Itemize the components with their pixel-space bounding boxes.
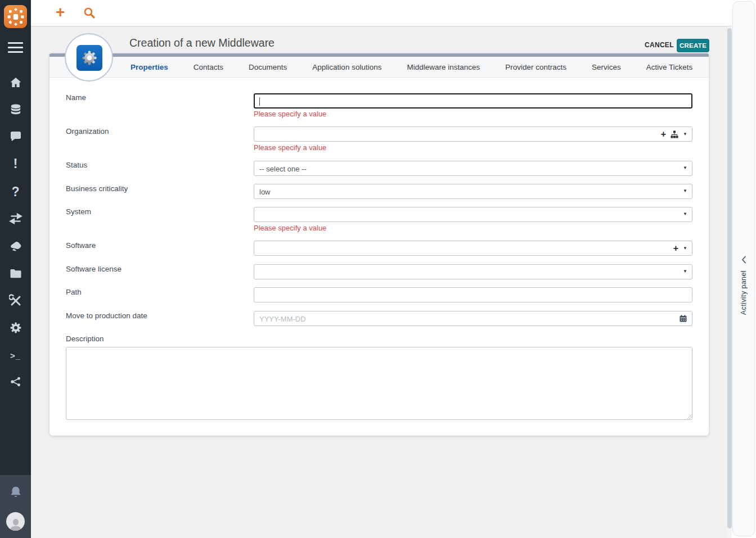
sidebar-item-documents[interactable]	[0, 266, 31, 282]
global-search-button[interactable]	[83, 6, 96, 20]
organization-hierarchy-icon[interactable]	[670, 130, 678, 138]
transfer-arrows-icon	[9, 212, 22, 225]
tab-services[interactable]: Services	[592, 63, 621, 71]
folder-icon	[9, 267, 22, 281]
system-select[interactable]: ▼	[254, 207, 692, 222]
sidebar-item-help[interactable]: ?	[0, 184, 31, 200]
software-license-caret-down-icon: ▼	[683, 269, 687, 274]
home-icon	[9, 76, 22, 89]
terminal-icon: >_	[10, 351, 21, 360]
status-value: -- select one --	[259, 165, 307, 173]
organization-label: Organization	[66, 127, 109, 135]
tab-application-solutions[interactable]: Application solutions	[312, 63, 381, 71]
name-input[interactable]	[254, 93, 692, 108]
name-label: Name	[66, 93, 86, 102]
exclamation-icon: !	[14, 157, 18, 170]
sidebar: ! ?	[0, 0, 31, 538]
sidebar-item-transfers[interactable]	[0, 211, 31, 227]
text-cursor	[259, 97, 260, 106]
sidebar-item-console[interactable]: >_	[0, 347, 31, 363]
software-picker[interactable]: + ▼	[254, 241, 692, 256]
database-icon	[9, 103, 22, 116]
itop-logo[interactable]	[4, 5, 27, 28]
sidebar-item-messages[interactable]	[0, 129, 31, 144]
user-avatar	[6, 512, 25, 531]
business-criticality-label: Business criticality	[66, 184, 128, 193]
sidebar-item-alerts[interactable]: !	[0, 156, 31, 171]
tab-properties[interactable]: Properties	[130, 63, 168, 71]
organization-picker[interactable]: + ▼	[254, 126, 692, 142]
status-caret-down-icon: ▼	[683, 166, 687, 170]
cancel-button[interactable]: CANCEL	[645, 41, 674, 49]
business-criticality-select[interactable]: low ▼	[254, 184, 692, 199]
sidebar-item-share[interactable]	[0, 374, 31, 390]
bell-icon	[8, 485, 23, 500]
system-error: Please specify a value	[254, 224, 326, 232]
activity-panel-label: Activity panel	[740, 270, 748, 315]
sidebar-item-data[interactable]	[0, 102, 31, 117]
notifications-button[interactable]	[0, 485, 31, 500]
tab-bar: Properties Contacts Documents Applicatio…	[50, 57, 709, 78]
tab-provider-contracts[interactable]: Provider contracts	[505, 63, 566, 71]
move-to-production-date-input[interactable]: YYYY-MM-DD	[254, 311, 692, 326]
scrollbar-thumb[interactable]	[727, 28, 732, 528]
sidebar-item-home[interactable]	[0, 75, 31, 91]
object-creation-card: Properties Contacts Documents Applicatio…	[50, 53, 709, 436]
question-icon: ?	[11, 186, 19, 198]
page-title: Creation of a new Middleware	[129, 37, 274, 49]
tab-contacts[interactable]: Contacts	[194, 63, 223, 71]
date-placeholder: YYYY-MM-DD	[259, 315, 306, 323]
tab-middleware-instances[interactable]: Middleware instances	[407, 63, 480, 71]
sidebar-item-configuration[interactable]	[0, 293, 31, 309]
organization-caret-down-icon[interactable]: ▼	[683, 132, 687, 137]
calendar-icon[interactable]	[679, 314, 687, 323]
chevron-left-icon[interactable]	[741, 256, 746, 264]
tools-icon	[9, 294, 22, 308]
system-caret-down-icon: ▼	[683, 212, 687, 216]
sidebar-item-services[interactable]	[0, 238, 31, 254]
middleware-gear-icon	[76, 45, 102, 71]
business-criticality-caret-down-icon: ▼	[683, 189, 687, 193]
software-label: Software	[66, 241, 96, 250]
tab-active-tickets[interactable]: Active Tickets	[646, 63, 693, 71]
sidebar-item-settings[interactable]	[0, 320, 31, 336]
business-criticality-value: low	[259, 188, 271, 196]
top-application-bar: +	[31, 0, 756, 26]
organization-error: Please specify a value	[254, 143, 326, 152]
software-license-label: Software license	[66, 265, 122, 273]
software-caret-down-icon[interactable]: ▼	[683, 246, 687, 251]
tab-documents[interactable]: Documents	[249, 63, 287, 71]
software-add-icon[interactable]: +	[673, 244, 678, 253]
menu-toggle-icon[interactable]	[8, 42, 23, 56]
path-label: Path	[66, 288, 82, 296]
system-label: System	[66, 207, 91, 216]
object-class-badge	[65, 33, 113, 82]
organization-add-icon[interactable]: +	[661, 130, 666, 139]
create-button[interactable]: CREATE	[677, 39, 709, 52]
status-label: Status	[66, 161, 87, 169]
name-error: Please specify a value	[254, 110, 326, 118]
gear-icon	[9, 321, 22, 334]
hand-icon	[9, 239, 22, 253]
description-textarea[interactable]	[66, 347, 692, 420]
chat-icon	[9, 130, 22, 143]
user-menu-button[interactable]	[0, 512, 31, 531]
path-input[interactable]	[254, 287, 692, 302]
new-object-button[interactable]: +	[56, 3, 65, 22]
share-icon	[10, 376, 22, 388]
software-license-select[interactable]: ▼	[254, 264, 692, 279]
activity-panel-strip: Activity panel	[732, 0, 756, 538]
move-to-production-date-label: Move to production date	[66, 311, 147, 320]
status-select[interactable]: -- select one -- ▼	[254, 161, 692, 176]
description-label: Description	[66, 334, 104, 343]
